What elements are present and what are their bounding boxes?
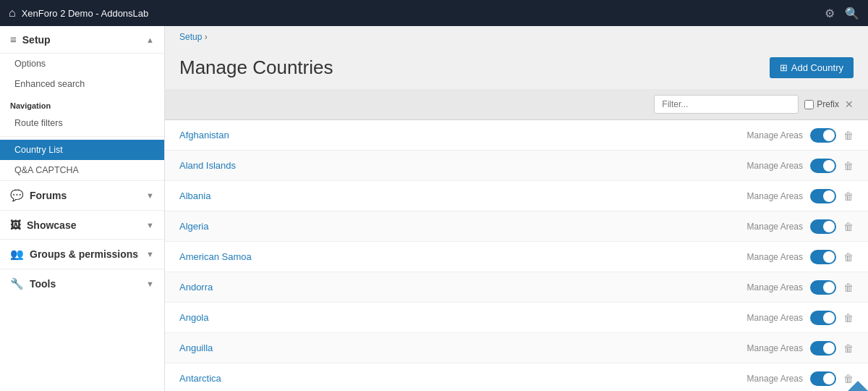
prefix-checkbox[interactable] xyxy=(804,100,814,109)
country-name[interactable]: Albania xyxy=(179,190,747,201)
groups-chevron-icon: ▼ xyxy=(146,250,154,258)
filter-bar: Prefix ✕ xyxy=(165,89,868,120)
forums-label: Forums xyxy=(30,190,67,201)
country-actions: Manage Areas 🗑 xyxy=(747,311,854,325)
filter-close-icon[interactable]: ✕ xyxy=(845,98,854,110)
manage-areas-link[interactable]: Manage Areas xyxy=(747,191,803,201)
table-row: Afghanistan Manage Areas 🗑 xyxy=(165,120,868,151)
sidebar: ≡ Setup ▲ Options Enhanced search Naviga… xyxy=(0,26,165,391)
delete-icon[interactable]: 🗑 xyxy=(843,221,854,232)
showcase-icon: 🖼 xyxy=(10,219,21,231)
breadcrumb: Setup › xyxy=(165,26,868,48)
search-icon[interactable]: 🔍 xyxy=(845,7,859,20)
country-toggle[interactable] xyxy=(810,341,836,356)
country-actions: Manage Areas 🗑 xyxy=(747,189,854,203)
table-row: Anguilla Manage Areas 🗑 xyxy=(165,333,868,363)
groups-label: Groups & permissions xyxy=(30,248,138,260)
forums-chevron-icon: ▼ xyxy=(146,191,154,200)
delete-icon[interactable]: 🗑 xyxy=(843,160,854,172)
tools-chevron-icon: ▼ xyxy=(146,279,154,288)
add-icon: ⊞ xyxy=(780,62,788,73)
showcase-section-header[interactable]: 🖼 Showcase ▼ xyxy=(0,210,164,239)
delete-icon[interactable]: 🗑 xyxy=(843,282,854,293)
delete-icon[interactable]: 🗑 xyxy=(843,373,854,384)
gear-icon[interactable]: ⚙ xyxy=(825,7,835,20)
breadcrumb-setup-link[interactable]: Setup xyxy=(179,32,202,42)
table-row: Algeria Manage Areas 🗑 xyxy=(165,211,868,242)
manage-areas-link[interactable]: Manage Areas xyxy=(747,252,803,262)
groups-section-header[interactable]: 👥 Groups & permissions ▼ xyxy=(0,239,164,269)
topbar-right: ⚙ 🔍 xyxy=(825,7,859,20)
setup-label: Setup xyxy=(22,34,51,46)
country-toggle[interactable] xyxy=(810,250,836,264)
country-name[interactable]: Angola xyxy=(179,312,747,323)
country-toggle[interactable] xyxy=(810,219,836,234)
delete-icon[interactable]: 🗑 xyxy=(843,130,854,141)
prefix-checkbox-wrapper: Prefix xyxy=(804,99,839,109)
tools-section-header[interactable]: 🔧 Tools ▼ xyxy=(0,269,164,298)
main-layout: ≡ Setup ▲ Options Enhanced search Naviga… xyxy=(0,26,868,391)
page-title: Manage Countries xyxy=(179,56,333,79)
country-actions: Manage Areas 🗑 xyxy=(747,159,854,173)
country-toggle[interactable] xyxy=(810,371,836,386)
manage-areas-link[interactable]: Manage Areas xyxy=(747,313,803,323)
app-title: XenForo 2 Demo - AddonsLab xyxy=(22,8,149,19)
country-actions: Manage Areas 🗑 xyxy=(747,371,854,386)
country-actions: Manage Areas 🗑 xyxy=(747,341,854,356)
content-header: Manage Countries ⊞ Add Country xyxy=(165,48,868,89)
manage-areas-link[interactable]: Manage Areas xyxy=(747,343,803,353)
country-toggle[interactable] xyxy=(810,128,836,143)
country-actions: Manage Areas 🗑 xyxy=(747,250,854,264)
sidebar-item-country-list[interactable]: Country List xyxy=(0,140,164,160)
setup-chevron-icon: ▲ xyxy=(146,35,154,44)
table-row: Aland Islands Manage Areas 🗑 xyxy=(165,151,868,181)
home-icon[interactable]: ⌂ xyxy=(9,7,16,20)
country-toggle[interactable] xyxy=(810,189,836,203)
tools-label: Tools xyxy=(30,278,56,290)
add-country-button[interactable]: ⊞ Add Country xyxy=(770,57,854,78)
forums-icon: 💬 xyxy=(10,189,24,202)
country-name[interactable]: Andorra xyxy=(179,282,747,293)
country-name[interactable]: Aland Islands xyxy=(179,160,747,171)
country-name[interactable]: Anguilla xyxy=(179,342,747,353)
main-content: Setup › Manage Countries ⊞ Add Country P… xyxy=(165,26,868,391)
manage-areas-link[interactable]: Manage Areas xyxy=(747,130,803,140)
showcase-label: Showcase xyxy=(27,219,76,231)
add-button-label: Add Country xyxy=(791,62,843,73)
country-toggle[interactable] xyxy=(810,311,836,325)
manage-areas-link[interactable]: Manage Areas xyxy=(747,282,803,293)
table-row: Andorra Manage Areas 🗑 xyxy=(165,272,868,303)
delete-icon[interactable]: 🗑 xyxy=(843,342,854,354)
table-row: Angola Manage Areas 🗑 xyxy=(165,303,868,333)
country-name[interactable]: Antarctica xyxy=(179,373,747,384)
country-name[interactable]: Afghanistan xyxy=(179,130,747,140)
country-toggle[interactable] xyxy=(810,280,836,295)
country-name[interactable]: American Samoa xyxy=(179,251,747,262)
prefix-label: Prefix xyxy=(817,99,839,109)
delete-icon[interactable]: 🗑 xyxy=(843,251,854,263)
country-toggle[interactable] xyxy=(810,159,836,173)
sidebar-item-options[interactable]: Options xyxy=(0,54,164,74)
forums-section-header[interactable]: 💬 Forums ▼ xyxy=(0,180,164,210)
topbar-left: ⌂ XenForo 2 Demo - AddonsLab xyxy=(9,7,148,20)
showcase-chevron-icon: ▼ xyxy=(146,221,154,230)
country-name[interactable]: Algeria xyxy=(179,221,747,232)
manage-areas-link[interactable]: Manage Areas xyxy=(747,222,803,232)
country-actions: Manage Areas 🗑 xyxy=(747,280,854,295)
delete-icon[interactable]: 🗑 xyxy=(843,190,854,202)
table-row: Antarctica Manage Areas 🗑 xyxy=(165,363,868,391)
country-actions: Manage Areas 🗑 xyxy=(747,219,854,234)
sidebar-item-enhanced-search[interactable]: Enhanced search xyxy=(0,74,164,94)
tools-icon: 🔧 xyxy=(10,277,24,290)
setup-section-header[interactable]: ≡ Setup ▲ xyxy=(0,26,164,54)
navigation-label: Navigation xyxy=(0,94,164,113)
breadcrumb-separator: › xyxy=(205,32,208,42)
filter-input[interactable] xyxy=(654,95,799,114)
manage-areas-link[interactable]: Manage Areas xyxy=(747,374,803,384)
country-actions: Manage Areas 🗑 xyxy=(747,128,854,143)
manage-areas-link[interactable]: Manage Areas xyxy=(747,161,803,171)
sidebar-item-route-filters[interactable]: Route filters xyxy=(0,113,164,133)
delete-icon[interactable]: 🗑 xyxy=(843,312,854,324)
sidebar-item-qa-captcha[interactable]: Q&A CAPTCHA xyxy=(0,160,164,180)
setup-icon: ≡ xyxy=(10,33,17,46)
